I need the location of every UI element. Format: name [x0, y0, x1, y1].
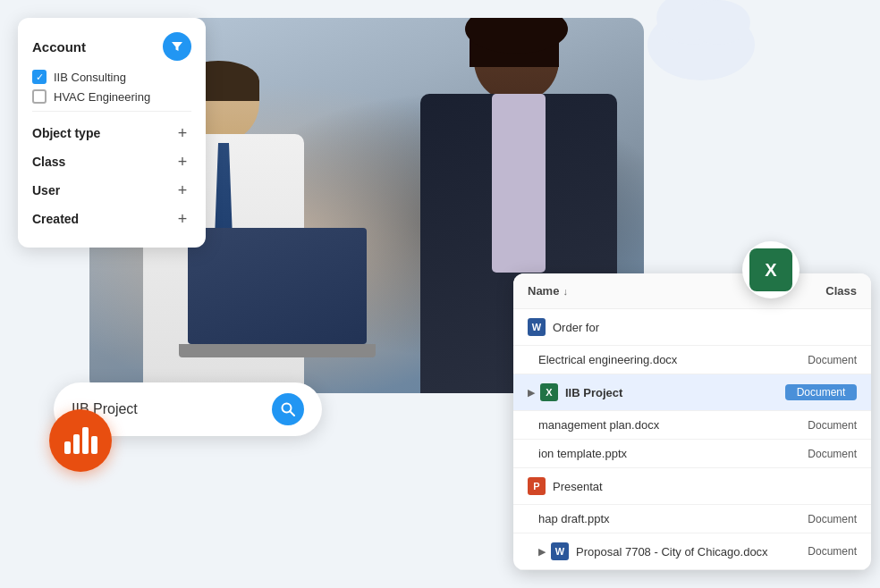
powerpoint-file-icon: P [528, 477, 546, 495]
row-name: Order for [553, 321, 785, 334]
filter-class[interactable]: Class + [32, 147, 191, 176]
class-expand-icon[interactable]: + [173, 153, 191, 171]
row-class-badge: Document [785, 384, 857, 400]
hvac-label: HVAC Engineering [54, 90, 150, 104]
analytics-icon [64, 427, 97, 454]
bar-4 [91, 436, 97, 454]
search-button[interactable] [272, 393, 304, 425]
divider-1 [32, 111, 191, 112]
excel-badge: X [742, 241, 800, 298]
row-class: Document [785, 513, 857, 525]
expand-arrow-icon[interactable]: ▶ [528, 387, 535, 399]
row-name: Presentat [553, 480, 785, 493]
table-row-highlighted[interactable]: ▶ X IIB Project Document [513, 374, 871, 411]
filter-created[interactable]: Created + [32, 205, 191, 233]
word-file-icon: W [551, 542, 569, 560]
sort-arrow-icon[interactable]: ↓ [563, 286, 568, 297]
analytics-badge [49, 409, 112, 472]
row-name: Electrical engineering.docx [538, 353, 785, 366]
table-row[interactable]: ion template.pptx Document [513, 440, 871, 468]
row-class: Document [785, 545, 857, 558]
checkbox-hvac[interactable] [32, 89, 47, 104]
excel-file-icon: X [540, 383, 558, 401]
user-label: User [32, 183, 60, 197]
results-header: Name ↓ Class [513, 273, 871, 309]
created-expand-icon[interactable]: + [173, 210, 191, 228]
row-name: hap draft.pptx [538, 512, 785, 525]
table-row[interactable]: ▶ W Proposal 7708 - City of Chicago.docx… [513, 533, 871, 570]
account-iib-consulting[interactable]: ✓ IIB Consulting [32, 70, 191, 84]
class-label: Class [32, 155, 65, 169]
svg-line-1 [290, 411, 294, 416]
filter-object-type[interactable]: Object type + [32, 119, 191, 147]
created-label: Created [32, 212, 79, 226]
bar-3 [82, 427, 89, 454]
account-hvac-engineering[interactable]: HVAC Engineering [32, 89, 191, 104]
table-row[interactable]: P Presentat [513, 468, 871, 505]
table-row[interactable]: hap draft.pptx Document [513, 505, 871, 533]
row-name: management plan.docx [538, 418, 785, 432]
table-row[interactable]: management plan.docx Document [513, 411, 871, 440]
filter-panel-title: Account [32, 39, 86, 55]
bar-1 [64, 441, 71, 454]
user-expand-icon[interactable]: + [173, 181, 191, 199]
table-row[interactable]: Electrical engineering.docx Document [513, 346, 871, 374]
results-panel: Name ↓ Class W Order for Electrical engi… [513, 273, 871, 570]
iib-consulting-label: IIB Consulting [54, 71, 126, 84]
search-input[interactable] [72, 401, 272, 417]
row-name: Proposal 7708 - City of Chicago.docx [576, 545, 785, 559]
row-class: Document [785, 354, 857, 366]
word-file-icon: W [528, 318, 546, 336]
row-name: IIB Project [565, 386, 785, 399]
excel-icon: X [749, 248, 792, 291]
row-name: ion template.pptx [538, 447, 785, 460]
object-type-label: Object type [32, 126, 100, 140]
cloud-decoration [647, 9, 755, 80]
filter-user[interactable]: User + [32, 176, 191, 205]
name-column-header: Name ↓ [528, 284, 767, 298]
expand-arrow-icon[interactable]: ▶ [538, 546, 546, 558]
filter-panel: Account ✓ IIB Consulting HVAC Engineerin… [18, 18, 206, 248]
row-class: Document [785, 419, 857, 432]
object-type-expand-icon[interactable]: + [173, 124, 191, 142]
row-class: Document [785, 448, 857, 460]
filter-icon[interactable] [163, 32, 191, 61]
table-row[interactable]: W Order for [513, 309, 871, 346]
bar-2 [73, 434, 80, 454]
checkbox-iib[interactable]: ✓ [32, 70, 47, 84]
